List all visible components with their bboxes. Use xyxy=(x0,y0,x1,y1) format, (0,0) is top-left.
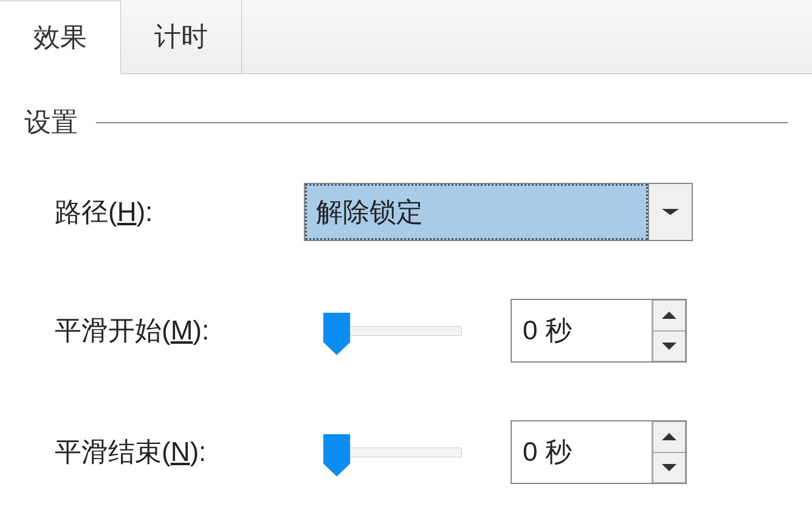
tab-effect-label: 效果 xyxy=(33,19,87,55)
label-smooth-start: 平滑开始(M): xyxy=(55,313,304,349)
field-row-smooth-end: 平滑结束(N): 0 秒 xyxy=(24,420,788,484)
label-smooth-end: 平滑结束(N): xyxy=(55,434,304,470)
spinner-smooth-start[interactable]: 0 秒 xyxy=(511,299,687,363)
tab-timing-label: 计时 xyxy=(154,19,208,55)
dropdown-path[interactable]: 解除锁定 xyxy=(304,183,693,241)
tab-content: 设置 路径(H): 解除锁定 平滑开始(M): 0 秒 xyxy=(0,74,812,532)
slider-thumb-icon[interactable] xyxy=(323,434,350,477)
tab-bar: 效果 计时 xyxy=(0,0,812,74)
spinner-up-button[interactable] xyxy=(653,421,686,452)
spinner-buttons xyxy=(652,300,686,361)
triangle-up-icon xyxy=(662,312,676,319)
field-row-smooth-start: 平滑开始(M): 0 秒 xyxy=(24,299,788,363)
slider-smooth-start[interactable] xyxy=(304,307,486,355)
field-row-path: 路径(H): 解除锁定 xyxy=(24,183,788,241)
spinner-up-button[interactable] xyxy=(653,300,686,331)
tab-effect[interactable]: 效果 xyxy=(0,1,121,74)
slider-smooth-end[interactable] xyxy=(304,428,486,477)
spinner-down-button[interactable] xyxy=(653,452,686,483)
chevron-down-icon xyxy=(662,209,679,215)
dropdown-path-button[interactable] xyxy=(648,184,692,240)
section-header: 设置 xyxy=(24,104,788,140)
spinner-down-button[interactable] xyxy=(653,331,686,362)
slider-thumb-icon[interactable] xyxy=(323,313,350,355)
dropdown-path-value: 解除锁定 xyxy=(305,184,648,240)
spinner-smooth-start-value: 0 秒 xyxy=(512,300,652,361)
slider-track xyxy=(340,448,462,457)
section-divider xyxy=(96,122,788,123)
triangle-up-icon xyxy=(662,433,676,440)
spinner-buttons xyxy=(652,421,686,483)
tab-timing[interactable]: 计时 xyxy=(121,0,242,73)
section-settings-label: 设置 xyxy=(24,104,78,140)
spinner-smooth-end-value: 0 秒 xyxy=(512,421,652,483)
triangle-down-icon xyxy=(662,343,676,350)
spinner-smooth-end[interactable]: 0 秒 xyxy=(511,420,687,484)
triangle-down-icon xyxy=(662,464,676,471)
label-path: 路径(H): xyxy=(55,194,304,230)
slider-track xyxy=(340,326,462,336)
